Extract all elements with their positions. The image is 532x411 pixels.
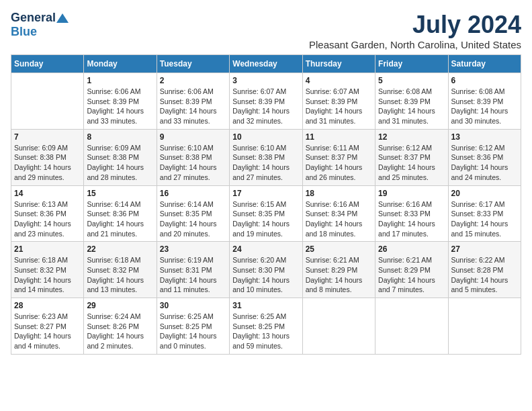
day-number: 9	[160, 132, 226, 142]
day-cell: 25Sunrise: 6:21 AM Sunset: 8:29 PM Dayli…	[302, 242, 375, 298]
day-info: Sunrise: 6:10 AM Sunset: 8:38 PM Dayligh…	[160, 143, 226, 183]
day-cell: 4Sunrise: 6:07 AM Sunset: 8:39 PM Daylig…	[302, 73, 375, 130]
day-number: 19	[378, 189, 445, 198]
day-info: Sunrise: 6:15 AM Sunset: 8:35 PM Dayligh…	[232, 199, 299, 239]
day-cell: 15Sunrise: 6:14 AM Sunset: 8:36 PM Dayli…	[84, 185, 157, 242]
day-info: Sunrise: 6:14 AM Sunset: 8:35 PM Dayligh…	[160, 199, 226, 239]
header-cell-monday: Monday	[84, 55, 157, 73]
day-number: 2	[160, 76, 226, 85]
day-cell: 18Sunrise: 6:16 AM Sunset: 8:34 PM Dayli…	[302, 185, 375, 242]
day-cell: 31Sunrise: 6:25 AM Sunset: 8:25 PM Dayli…	[230, 298, 302, 355]
day-cell: 23Sunrise: 6:19 AM Sunset: 8:31 PM Dayli…	[157, 242, 229, 298]
day-number: 3	[232, 76, 299, 85]
day-number: 27	[451, 244, 518, 254]
logo-blue: Blue	[11, 25, 37, 39]
day-number: 8	[87, 132, 153, 142]
day-cell: 16Sunrise: 6:14 AM Sunset: 8:35 PM Dayli…	[157, 185, 229, 242]
header-cell-friday: Friday	[375, 55, 448, 73]
calendar-table: SundayMondayTuesdayWednesdayThursdayFrid…	[11, 54, 521, 355]
day-info: Sunrise: 6:20 AM Sunset: 8:30 PM Dayligh…	[232, 255, 299, 295]
day-info: Sunrise: 6:23 AM Sunset: 8:27 PM Dayligh…	[14, 312, 81, 351]
day-cell: 5Sunrise: 6:08 AM Sunset: 8:39 PM Daylig…	[375, 73, 448, 130]
header-cell-wednesday: Wednesday	[230, 55, 302, 73]
week-row-5: 28Sunrise: 6:23 AM Sunset: 8:27 PM Dayli…	[11, 298, 521, 355]
day-cell: 3Sunrise: 6:07 AM Sunset: 8:39 PM Daylig…	[230, 73, 302, 130]
logo: General Blue	[11, 11, 69, 39]
day-info: Sunrise: 6:12 AM Sunset: 8:36 PM Dayligh…	[451, 143, 518, 183]
day-cell: 14Sunrise: 6:13 AM Sunset: 8:36 PM Dayli…	[11, 185, 84, 242]
week-row-3: 14Sunrise: 6:13 AM Sunset: 8:36 PM Dayli…	[11, 185, 521, 242]
logo-general: General	[11, 11, 56, 25]
day-cell: 2Sunrise: 6:06 AM Sunset: 8:39 PM Daylig…	[157, 73, 229, 130]
day-info: Sunrise: 6:25 AM Sunset: 8:25 PM Dayligh…	[232, 312, 299, 351]
day-info: Sunrise: 6:18 AM Sunset: 8:32 PM Dayligh…	[14, 255, 81, 295]
day-number: 12	[378, 132, 445, 142]
day-cell: 10Sunrise: 6:10 AM Sunset: 8:38 PM Dayli…	[230, 129, 302, 185]
day-number: 5	[378, 76, 445, 85]
day-number: 22	[87, 244, 153, 254]
day-info: Sunrise: 6:25 AM Sunset: 8:25 PM Dayligh…	[160, 312, 226, 351]
day-number: 21	[14, 244, 81, 254]
day-number: 31	[232, 301, 299, 310]
week-row-4: 21Sunrise: 6:18 AM Sunset: 8:32 PM Dayli…	[11, 242, 521, 298]
day-info: Sunrise: 6:16 AM Sunset: 8:34 PM Dayligh…	[306, 199, 372, 239]
day-cell: 11Sunrise: 6:11 AM Sunset: 8:37 PM Dayli…	[302, 129, 375, 185]
calendar-header: SundayMondayTuesdayWednesdayThursdayFrid…	[11, 55, 521, 73]
day-cell	[302, 298, 375, 355]
day-number: 10	[232, 132, 299, 142]
day-info: Sunrise: 6:22 AM Sunset: 8:28 PM Dayligh…	[451, 255, 518, 295]
day-cell: 9Sunrise: 6:10 AM Sunset: 8:38 PM Daylig…	[157, 129, 229, 185]
title-area: July 2024 Pleasant Garden, North Carolin…	[309, 11, 521, 50]
day-number: 1	[87, 76, 153, 85]
header: General Blue July 2024 Pleasant Garden, …	[11, 11, 521, 50]
day-number: 24	[232, 244, 299, 254]
day-info: Sunrise: 6:06 AM Sunset: 8:39 PM Dayligh…	[87, 87, 153, 126]
day-cell: 6Sunrise: 6:08 AM Sunset: 8:39 PM Daylig…	[448, 73, 521, 130]
day-number: 29	[87, 301, 153, 310]
day-number: 15	[87, 189, 153, 198]
day-number: 17	[232, 189, 299, 198]
day-cell: 21Sunrise: 6:18 AM Sunset: 8:32 PM Dayli…	[11, 242, 84, 298]
day-cell: 8Sunrise: 6:09 AM Sunset: 8:38 PM Daylig…	[84, 129, 157, 185]
day-info: Sunrise: 6:21 AM Sunset: 8:29 PM Dayligh…	[378, 255, 445, 295]
day-number: 20	[451, 189, 518, 198]
day-number: 30	[160, 301, 226, 310]
day-number: 18	[306, 189, 372, 198]
day-info: Sunrise: 6:18 AM Sunset: 8:32 PM Dayligh…	[87, 255, 153, 295]
day-info: Sunrise: 6:07 AM Sunset: 8:39 PM Dayligh…	[306, 87, 372, 126]
day-number: 7	[14, 132, 81, 142]
day-info: Sunrise: 6:08 AM Sunset: 8:39 PM Dayligh…	[451, 87, 518, 126]
day-info: Sunrise: 6:06 AM Sunset: 8:39 PM Dayligh…	[160, 87, 226, 126]
day-cell: 28Sunrise: 6:23 AM Sunset: 8:27 PM Dayli…	[11, 298, 84, 355]
day-cell: 30Sunrise: 6:25 AM Sunset: 8:25 PM Dayli…	[157, 298, 229, 355]
day-info: Sunrise: 6:08 AM Sunset: 8:39 PM Dayligh…	[378, 87, 445, 126]
day-cell: 13Sunrise: 6:12 AM Sunset: 8:36 PM Dayli…	[448, 129, 521, 185]
location-title: Pleasant Garden, North Carolina, United …	[309, 39, 521, 50]
day-number: 23	[160, 244, 226, 254]
week-row-2: 7Sunrise: 6:09 AM Sunset: 8:38 PM Daylig…	[11, 129, 521, 185]
day-info: Sunrise: 6:07 AM Sunset: 8:39 PM Dayligh…	[232, 87, 299, 126]
day-number: 11	[306, 132, 372, 142]
day-cell: 19Sunrise: 6:16 AM Sunset: 8:33 PM Dayli…	[375, 185, 448, 242]
day-info: Sunrise: 6:16 AM Sunset: 8:33 PM Dayligh…	[378, 199, 445, 239]
day-number: 26	[378, 244, 445, 254]
day-number: 28	[14, 301, 81, 310]
week-row-1: 1Sunrise: 6:06 AM Sunset: 8:39 PM Daylig…	[11, 73, 521, 130]
day-cell: 29Sunrise: 6:24 AM Sunset: 8:26 PM Dayli…	[84, 298, 157, 355]
day-cell: 20Sunrise: 6:17 AM Sunset: 8:33 PM Dayli…	[448, 185, 521, 242]
day-number: 25	[306, 244, 372, 254]
day-number: 4	[306, 76, 372, 85]
day-info: Sunrise: 6:10 AM Sunset: 8:38 PM Dayligh…	[232, 143, 299, 183]
day-cell: 26Sunrise: 6:21 AM Sunset: 8:29 PM Dayli…	[375, 242, 448, 298]
calendar-body: 1Sunrise: 6:06 AM Sunset: 8:39 PM Daylig…	[11, 73, 521, 355]
day-number: 6	[451, 76, 518, 85]
day-number: 14	[14, 189, 81, 198]
day-info: Sunrise: 6:09 AM Sunset: 8:38 PM Dayligh…	[87, 143, 153, 183]
day-cell	[375, 298, 448, 355]
day-info: Sunrise: 6:11 AM Sunset: 8:37 PM Dayligh…	[306, 143, 372, 183]
day-cell: 27Sunrise: 6:22 AM Sunset: 8:28 PM Dayli…	[448, 242, 521, 298]
day-cell: 24Sunrise: 6:20 AM Sunset: 8:30 PM Dayli…	[230, 242, 302, 298]
day-cell: 1Sunrise: 6:06 AM Sunset: 8:39 PM Daylig…	[84, 73, 157, 130]
day-info: Sunrise: 6:12 AM Sunset: 8:37 PM Dayligh…	[378, 143, 445, 183]
header-cell-thursday: Thursday	[302, 55, 375, 73]
